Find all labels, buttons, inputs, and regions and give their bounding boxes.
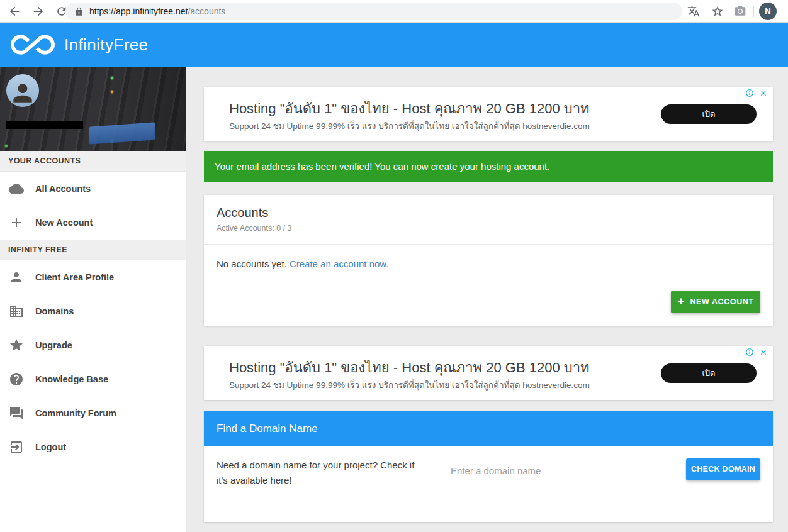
app-header: InfinityFree (0, 23, 788, 67)
find-domain-card-title: Find a Domain Name (204, 411, 773, 446)
forum-icon (9, 406, 24, 421)
ad-subtitle: Support 24 ชม Uptime 99.99% เร็ว แรง บริ… (229, 119, 590, 133)
card-divider (204, 244, 773, 245)
star-icon (9, 338, 24, 353)
cloud-icon (9, 181, 24, 196)
ad-open-button[interactable]: เปิด (661, 363, 757, 383)
sidebar-item-logout[interactable]: Logout (0, 430, 186, 464)
browser-toolbar: https://app.infinityfree.net/accounts N (0, 0, 788, 23)
domain-icon (9, 304, 24, 319)
sidebar-item-domains[interactable]: Domains (0, 294, 186, 328)
infinity-logo-icon (10, 23, 55, 67)
sidebar-item-label: Logout (35, 442, 66, 452)
find-domain-card: Find a Domain Name Need a domain name fo… (204, 411, 773, 522)
sidebar-profile (0, 67, 186, 151)
screen: https://app.infinityfree.net/accounts N … (0, 0, 788, 532)
sidebar-item-label: Upgrade (35, 340, 72, 350)
sidebar: YOUR ACCOUNTS All Accounts New Account I… (0, 67, 186, 532)
check-domain-button[interactable]: CHECK DOMAIN (686, 458, 760, 480)
ad-banner[interactable]: Hosting "อันดับ 1" ของไทย - Host คุณภาพ … (204, 87, 773, 141)
sidebar-item-knowledge-base[interactable]: Knowledge Base (0, 362, 186, 396)
ad-choices (745, 89, 768, 97)
sidebar-item-label: All Accounts (35, 184, 91, 194)
person-icon (9, 270, 24, 285)
logout-icon (9, 440, 24, 455)
sidebar-item-new-account[interactable]: New Account (0, 206, 186, 240)
ad-choices (745, 348, 768, 357)
accounts-card: Accounts Active Accounts: 0 / 3 No accou… (204, 195, 773, 326)
domain-name-input[interactable] (451, 462, 667, 480)
sidebar-item-client-area-profile[interactable]: Client Area Profile (0, 260, 186, 294)
ad-close-icon[interactable] (759, 89, 768, 97)
url-path: /accounts (188, 6, 225, 16)
browser-profile-avatar[interactable]: N (759, 3, 777, 20)
adchoices-info-icon[interactable] (745, 89, 754, 97)
translate-icon[interactable] (687, 5, 700, 18)
sidebar-item-label: Community Forum (35, 408, 116, 418)
lock-icon[interactable] (74, 7, 84, 16)
ad-title: Hosting "อันดับ 1" ของไทย - Host คุณภาพ … (229, 357, 590, 379)
new-account-button[interactable]: + NEW ACCOUNT (671, 291, 760, 313)
camera-extension-icon[interactable] (734, 5, 746, 18)
ad-close-icon[interactable] (759, 348, 768, 357)
username-redaction-bar (6, 121, 83, 129)
forward-icon[interactable] (31, 4, 45, 18)
sidebar-section-your-accounts: YOUR ACCOUNTS (0, 151, 186, 172)
user-avatar (6, 74, 39, 107)
ad-banner[interactable]: Hosting "อันดับ 1" ของไทย - Host คุณภาพ … (204, 346, 773, 400)
url-host: https://app.infinityfree.net (89, 6, 188, 16)
empty-text: No accounts yet. (217, 258, 287, 269)
ad-open-button[interactable]: เปิด (661, 104, 757, 124)
active-accounts-count: Active Accounts: 0 / 3 (217, 224, 292, 233)
sidebar-item-community-forum[interactable]: Community Forum (0, 396, 186, 430)
create-account-link[interactable]: Create an account now. (290, 258, 389, 269)
toolbar-divider (753, 6, 754, 17)
no-accounts-text: No accounts yet. Create an account now. (217, 258, 389, 269)
sidebar-item-all-accounts[interactable]: All Accounts (0, 172, 186, 206)
find-domain-description: Need a domain name for your project? Che… (217, 458, 427, 488)
back-icon[interactable] (8, 4, 21, 18)
sidebar-item-upgrade[interactable]: Upgrade (0, 328, 186, 362)
accounts-card-title: Accounts (217, 206, 268, 220)
sidebar-section-infinity-free: INFINITY FREE (0, 240, 186, 260)
bookmark-star-icon[interactable] (711, 5, 724, 18)
help-icon (9, 372, 24, 387)
plus-icon: + (677, 294, 684, 308)
brand-title: InfinityFree (64, 23, 148, 67)
url-bar[interactable]: https://app.infinityfree.net/accounts (65, 3, 682, 20)
url-text: https://app.infinityfree.net/accounts (89, 3, 225, 20)
server-lcd-decoration (89, 122, 155, 144)
ad-subtitle: Support 24 ชม Uptime 99.99% เร็ว แรง บริ… (229, 378, 590, 392)
email-verified-alert: Your email address has been verified! Yo… (204, 151, 773, 182)
new-account-button-label: NEW ACCOUNT (690, 297, 753, 306)
adchoices-info-icon[interactable] (745, 348, 754, 357)
sidebar-item-label: Knowledge Base (35, 374, 108, 384)
sidebar-item-label: Domains (35, 306, 74, 316)
ad-title: Hosting "อันดับ 1" ของไทย - Host คุณภาพ … (229, 97, 590, 119)
plus-icon (9, 215, 24, 230)
sidebar-item-label: New Account (35, 218, 93, 228)
sidebar-item-label: Client Area Profile (35, 272, 114, 282)
